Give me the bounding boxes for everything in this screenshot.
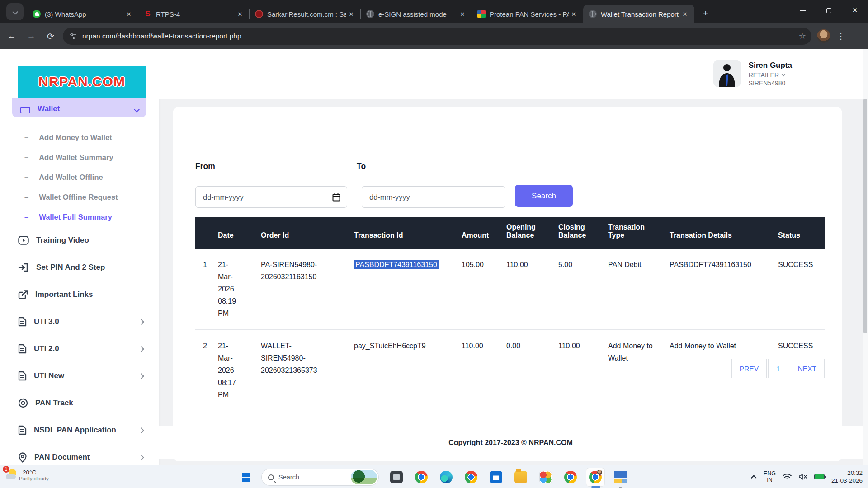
document-icon bbox=[18, 371, 27, 381]
window-controls: ✕ bbox=[789, 0, 868, 21]
calendar-icon[interactable] bbox=[332, 193, 340, 202]
tab-search-button[interactable] bbox=[6, 3, 24, 20]
url-text: nrpan.com/dashboard/wallet-transaction-r… bbox=[82, 32, 799, 40]
weather-widget[interactable]: 1 20°C Partly cloudy bbox=[5, 468, 49, 482]
cell-opening-balance: 0.00 bbox=[506, 330, 558, 411]
browser-profile-avatar[interactable] bbox=[817, 29, 830, 43]
to-date-input[interactable]: dd-mm-yyyy bbox=[362, 186, 505, 208]
taskbar-search[interactable]: Search bbox=[261, 469, 379, 486]
tab-close-icon[interactable]: ✕ bbox=[458, 9, 467, 19]
sidebar-item-set-pin-and-2-step[interactable]: Set PIN And 2 Step bbox=[0, 254, 159, 281]
sidebar-item-nsdl-pan-application[interactable]: NSDL PAN Application bbox=[0, 417, 159, 444]
maximize-button[interactable] bbox=[816, 0, 842, 21]
tab-esign[interactable]: e-SIGN assisted mode ✕ bbox=[361, 5, 472, 23]
col-opening-balance: Opening Balance bbox=[506, 217, 558, 249]
forward-button[interactable]: → bbox=[24, 28, 39, 44]
sidebar-item-pan-document[interactable]: PAN Document bbox=[0, 444, 159, 465]
page-scrollbar[interactable] bbox=[863, 49, 868, 465]
sidebar-menu: Training Video Set PIN And 2 Step bbox=[0, 227, 159, 465]
chevron-right-icon bbox=[138, 427, 144, 433]
tab-close-icon[interactable]: ✕ bbox=[124, 9, 134, 19]
document-icon bbox=[18, 344, 27, 354]
table-header-row: Date Order Id Transaction Id Amount Open… bbox=[195, 217, 825, 249]
prev-page-button[interactable]: PREV bbox=[731, 359, 767, 378]
cell-transaction-id: pay_STuicEhH6ccpT9 bbox=[354, 330, 462, 411]
search-highlight-image[interactable] bbox=[351, 470, 377, 484]
page-number-button[interactable]: 1 bbox=[768, 359, 788, 378]
tab-rtps[interactable]: S RTPS-4 ✕ bbox=[138, 5, 250, 23]
sidebar-item-uti-3-0[interactable]: UTI 3.0 bbox=[0, 308, 159, 335]
taskbar-app-capture[interactable] bbox=[387, 468, 406, 487]
language-indicator[interactable]: ENGIN bbox=[764, 470, 776, 483]
tray-expand-icon[interactable] bbox=[751, 475, 757, 481]
browser-menu-icon[interactable]: ⋮ bbox=[837, 31, 845, 41]
wallet-submenu: – Add Money to Wallet – Add Wallet Summa… bbox=[0, 127, 159, 227]
sidebar-item-add-wallet-summary[interactable]: – Add Wallet Summary bbox=[0, 147, 159, 167]
taskbar-app-store[interactable] bbox=[486, 468, 505, 487]
partly-cloudy-icon: 1 bbox=[5, 468, 19, 482]
sidebar-item-add-wallet-offline[interactable]: – Add Wallet Offline bbox=[0, 167, 159, 187]
microsoft-store-icon bbox=[490, 471, 502, 483]
scrollbar-thumb[interactable] bbox=[863, 99, 867, 333]
protean-favicon bbox=[477, 10, 486, 18]
tab-sarkariresult[interactable]: SarkariResult.com.cm : Sark ✕ bbox=[250, 5, 361, 23]
sidebar-item-wallet-full-summary[interactable]: – Wallet Full Summary bbox=[0, 207, 159, 227]
site-settings-icon[interactable] bbox=[69, 33, 77, 40]
minimize-button[interactable] bbox=[789, 0, 816, 21]
tab-wallet-transaction-report[interactable]: Wallet Transaction Report ✕ bbox=[583, 5, 694, 23]
user-profile[interactable]: Siren Gupta RETAILER SIREN54980 bbox=[713, 60, 792, 87]
table-row: 1 21-Mar-2026 08:19 PM PA-SIREN54980-202… bbox=[195, 249, 825, 330]
sidebar-item-uti-2-0[interactable]: UTI 2.0 bbox=[0, 335, 159, 362]
search-icon bbox=[268, 474, 274, 480]
taskbar-app-browser-1[interactable] bbox=[412, 468, 431, 487]
sidebar-item-important-links[interactable]: Important Links bbox=[0, 281, 159, 308]
chevron-down-icon bbox=[134, 107, 140, 113]
chevron-down-icon bbox=[782, 73, 785, 76]
copyright-text: Copyright 2017-2023 © NRPAN.COM bbox=[448, 439, 573, 447]
new-tab-button[interactable]: + bbox=[699, 6, 712, 20]
address-bar[interactable]: nrpan.com/dashboard/wallet-transaction-r… bbox=[63, 28, 811, 45]
taskbar-app-browser-2[interactable] bbox=[462, 468, 481, 487]
cell-amount: 110.00 bbox=[462, 330, 506, 411]
tab-close-icon[interactable]: ✕ bbox=[680, 9, 690, 19]
back-button[interactable]: ← bbox=[4, 28, 19, 44]
tab-protean[interactable]: Protean PAN Services - PA ✕ bbox=[472, 5, 583, 23]
tiles-app-icon bbox=[614, 471, 627, 483]
clock[interactable]: 20:32 21-03-2026 bbox=[831, 469, 863, 484]
taskbar-app-browser-3[interactable] bbox=[561, 468, 580, 487]
volume-muted-icon[interactable] bbox=[798, 473, 807, 480]
tab-close-icon[interactable]: ✕ bbox=[569, 9, 579, 19]
taskbar-app-chrome-active[interactable] bbox=[586, 468, 605, 487]
chrome-icon bbox=[415, 471, 428, 483]
tray-time: 20:32 bbox=[847, 469, 863, 476]
reload-button[interactable]: ⟳ bbox=[43, 28, 58, 44]
search-button[interactable]: Search bbox=[515, 185, 573, 207]
taskbar-icons bbox=[387, 468, 630, 487]
tab-whatsapp[interactable]: (3) WhatsApp ✕ bbox=[27, 5, 138, 23]
tab-close-icon[interactable]: ✕ bbox=[235, 9, 245, 19]
sidebar-item-uti-new[interactable]: UTI New bbox=[0, 362, 159, 389]
taskbar-app-explorer[interactable] bbox=[511, 468, 530, 487]
sidebar-item-wallet-offline-request[interactable]: – Wallet Offline Request bbox=[0, 187, 159, 207]
close-button[interactable]: ✕ bbox=[842, 0, 868, 21]
battery-charging-icon[interactable] bbox=[814, 474, 825, 479]
sidebar-item-pan-track[interactable]: PAN Track bbox=[0, 389, 159, 417]
site-logo[interactable]: NRPAN.COM bbox=[18, 66, 146, 98]
report-card: From To dd-mm-yyyy dd-mm-yyyy Search bbox=[173, 107, 842, 461]
tab-label: Protean PAN Services - PA bbox=[490, 10, 569, 18]
taskbar-app-tiles[interactable] bbox=[611, 468, 630, 487]
col-transation-type: Transation Type bbox=[608, 217, 670, 249]
sidebar-item-add-money-to-wallet[interactable]: – Add Money to Wallet bbox=[0, 127, 159, 147]
sidebar-item-training-video[interactable]: Training Video bbox=[0, 227, 159, 254]
wifi-icon[interactable] bbox=[783, 473, 792, 480]
selected-text: PASBDDFT74391163150 bbox=[354, 260, 439, 269]
col-transaction-id: Transaction Id bbox=[354, 217, 462, 249]
logo-text: NRPAN.COM bbox=[38, 74, 125, 89]
start-button[interactable] bbox=[236, 469, 256, 486]
bookmark-star-icon[interactable]: ☆ bbox=[799, 31, 806, 41]
from-date-input[interactable]: dd-mm-yyyy bbox=[195, 186, 347, 208]
next-page-button[interactable]: NEXT bbox=[790, 359, 825, 378]
taskbar-app-edge[interactable] bbox=[437, 468, 456, 487]
taskbar-app-photos[interactable] bbox=[536, 468, 555, 487]
tab-close-icon[interactable]: ✕ bbox=[346, 9, 356, 19]
